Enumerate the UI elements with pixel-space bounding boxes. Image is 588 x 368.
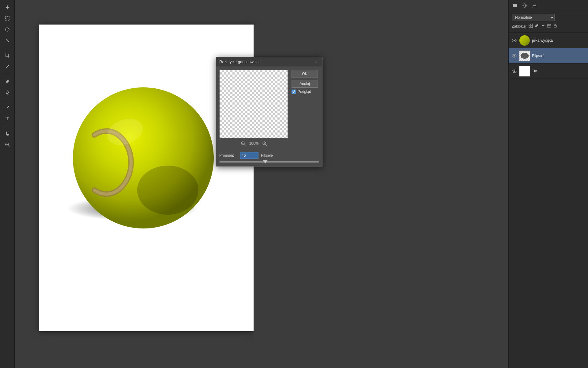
layer-visibility-ball[interactable] xyxy=(511,37,517,44)
layer-name-ball: piłka wycięta xyxy=(532,38,586,43)
radius-slider-track[interactable] xyxy=(219,161,319,163)
svg-rect-27 xyxy=(531,26,533,28)
divider-1 xyxy=(2,48,12,48)
svg-rect-24 xyxy=(529,24,530,25)
lock-icon-paint[interactable] xyxy=(535,24,539,29)
blend-mode-select[interactable]: Normalnie xyxy=(512,14,555,21)
lock-label: Zablokuj: xyxy=(512,24,527,29)
layer-thumb-ball xyxy=(519,35,530,46)
lock-icon-lock[interactable] xyxy=(553,24,557,29)
type-tool[interactable]: T xyxy=(2,114,12,124)
cancel-button[interactable]: Anuluj xyxy=(292,80,318,88)
dialog-footer: Promień: Piksele xyxy=(216,150,322,166)
panel-icon-channels[interactable] xyxy=(521,2,528,9)
radius-input[interactable] xyxy=(240,152,258,159)
preview-canvas[interactable] xyxy=(219,70,288,139)
panel-icon-layers[interactable] xyxy=(511,2,518,9)
crop-tool[interactable] xyxy=(2,51,12,60)
layer-visibility-ellipse[interactable] xyxy=(511,53,517,59)
dialog-close-button[interactable]: × xyxy=(314,59,319,65)
divider-3 xyxy=(2,100,12,100)
hand-tool[interactable] xyxy=(2,129,12,139)
lock-icon-artboard[interactable] xyxy=(547,24,551,29)
svg-rect-25 xyxy=(531,24,533,25)
lasso-tool[interactable] xyxy=(2,25,12,34)
svg-point-23 xyxy=(523,4,526,7)
layer-item-background[interactable]: Tło xyxy=(509,63,588,79)
layer-visibility-background[interactable] xyxy=(511,68,517,74)
canvas-area xyxy=(15,0,508,368)
layer-item-ellipse[interactable]: Elipsa 1 xyxy=(509,48,588,63)
divider-4 xyxy=(2,126,12,126)
dialog-buttons: OK Anuluj Podgląd xyxy=(292,70,319,147)
preview-zoom-bar: 100% xyxy=(219,140,288,147)
pen-tool[interactable] xyxy=(2,103,12,113)
preview-checkbox[interactable] xyxy=(292,90,296,94)
eraser-tool[interactable] xyxy=(2,88,12,98)
dialog-preview-area: 100% xyxy=(219,70,288,147)
canvas-viewport[interactable] xyxy=(15,0,508,368)
svg-line-14 xyxy=(244,144,245,146)
layers-container: piłka wycięta xyxy=(509,33,588,368)
panel-blendmode-section: Normalnie Zablokuj: xyxy=(509,11,588,33)
radius-unit: Piksele xyxy=(261,153,273,158)
svg-rect-22 xyxy=(513,6,517,7)
layer-thumb-background xyxy=(519,66,530,77)
zoom-level: 100% xyxy=(249,141,259,146)
svg-point-41 xyxy=(514,70,515,72)
svg-rect-28 xyxy=(547,25,551,27)
magic-wand-tool[interactable] xyxy=(2,36,12,45)
svg-rect-20 xyxy=(513,4,517,5)
svg-point-33 xyxy=(514,55,515,56)
dialog-titlebar[interactable]: Rozmycie gaussowskie × xyxy=(216,57,322,67)
radius-label: Promień: xyxy=(219,153,238,158)
svg-point-31 xyxy=(514,40,515,41)
ok-button[interactable]: OK xyxy=(292,70,318,78)
lock-icon-position[interactable] xyxy=(529,24,533,29)
svg-rect-26 xyxy=(529,26,530,28)
zoom-out-button[interactable] xyxy=(240,140,246,147)
blend-mode-row: Normalnie xyxy=(512,14,585,21)
svg-line-4 xyxy=(8,146,9,147)
lock-row: Zablokuj: xyxy=(512,24,585,29)
panel-icon-paths[interactable] xyxy=(531,2,538,9)
preview-row: Podgląd xyxy=(292,90,319,94)
radius-slider-thumb[interactable] xyxy=(263,160,267,163)
zoom-in-button[interactable] xyxy=(262,140,268,147)
svg-point-39 xyxy=(521,53,529,59)
divider-2 xyxy=(2,74,12,74)
svg-line-1 xyxy=(7,40,9,42)
layer-name-ellipse: Elipsa 1 xyxy=(532,54,586,58)
lock-icon-move[interactable] xyxy=(541,24,545,29)
zoom-tool[interactable] xyxy=(2,140,12,150)
svg-rect-0 xyxy=(6,17,9,20)
radius-row: Promień: Piksele xyxy=(219,152,319,159)
svg-point-12 xyxy=(137,166,198,215)
tennis-ball xyxy=(70,86,220,237)
rectangular-select-tool[interactable] xyxy=(2,13,12,23)
preview-label: Podgląd xyxy=(298,90,311,94)
svg-line-17 xyxy=(266,144,267,146)
move-tool[interactable] xyxy=(2,2,12,12)
layer-item-ball[interactable]: piłka wycięta xyxy=(509,33,588,48)
right-panel: Normalnie Zablokuj: xyxy=(508,0,588,368)
dialog-body: 100% OK Anuluj xyxy=(216,67,322,150)
panel-icons-row xyxy=(509,0,588,11)
tools-sidebar: T xyxy=(0,0,15,368)
layer-name-background: Tło xyxy=(532,69,586,73)
brush-tool[interactable] xyxy=(2,77,12,86)
svg-rect-29 xyxy=(554,25,556,27)
layer-thumb-ellipse xyxy=(519,50,530,61)
eyedropper-tool[interactable] xyxy=(2,62,12,71)
dialog-title: Rozmycie gaussowskie xyxy=(219,59,261,64)
svg-rect-21 xyxy=(513,5,517,6)
gaussian-blur-dialog[interactable]: Rozmycie gaussowskie × xyxy=(216,57,322,167)
